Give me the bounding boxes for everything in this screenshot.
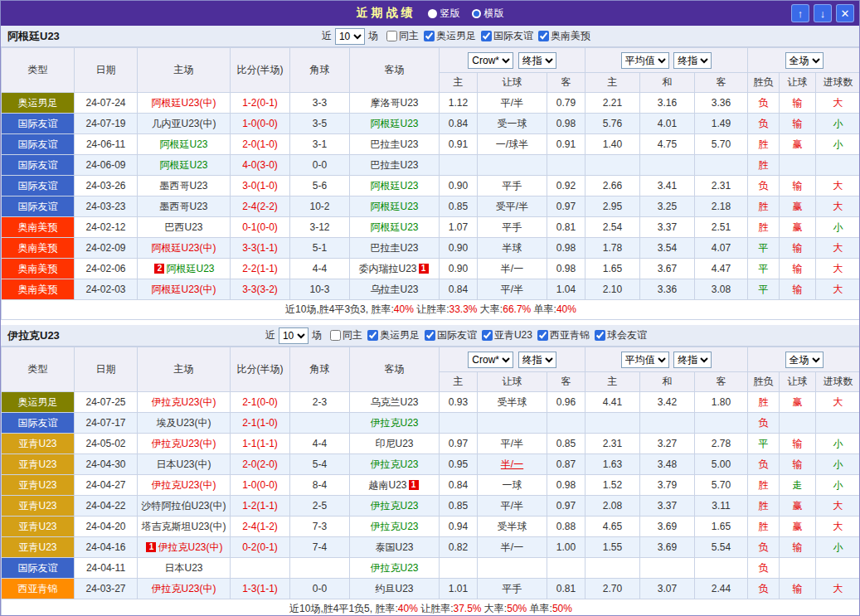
average-stage-select[interactable]: 终指 (673, 352, 712, 368)
away-team[interactable]: 印尼U23 (350, 434, 440, 454)
away-team[interactable]: 巴拉圭U23 (350, 155, 440, 176)
filter-option[interactable]: 国际友谊 (425, 328, 477, 342)
filter-option[interactable]: 球会友谊 (595, 328, 647, 342)
filter-checkbox[interactable] (482, 330, 493, 341)
avg-home (585, 413, 640, 434)
match-row: 国际友谊24-06-11阿根廷U232-0(1-0)3-1巴拉圭U230.91一… (2, 134, 860, 155)
away-team[interactable]: 摩洛哥U23 (350, 93, 440, 114)
away-team[interactable]: 阿根廷U23 (350, 196, 440, 217)
filter-option[interactable]: 同主 (330, 328, 362, 342)
home-team[interactable]: 阿根廷U23(中) (138, 93, 231, 114)
filter-option[interactable]: 西亚青锦 (537, 328, 590, 342)
filter-checkbox[interactable] (481, 31, 492, 41)
match-count-select[interactable]: 10 (279, 327, 309, 344)
home-team[interactable]: 伊拉克U23(中) (138, 434, 231, 454)
away-team[interactable]: 伊拉克U23 (350, 558, 440, 579)
filter-checkbox[interactable] (538, 31, 549, 41)
odds-away (547, 558, 585, 579)
home-team[interactable]: 阿根廷U23 (138, 134, 231, 155)
bookmaker-select[interactable]: Crow* (468, 352, 513, 368)
view-option-horizontal[interactable]: 横版 (472, 7, 504, 21)
away-team[interactable]: 泰国U23 (350, 537, 440, 558)
home-team[interactable]: 墨西哥U23 (138, 196, 231, 217)
filter-games-label: 场 (312, 328, 322, 342)
handicap (478, 155, 547, 176)
home-team[interactable]: 塔吉克斯坦U23(中) (138, 517, 231, 537)
col-bookmaker-away: 客 (547, 73, 585, 93)
view-option-label: 竖版 (440, 7, 460, 21)
match-type: 亚青U23 (2, 517, 75, 537)
filter-checkbox[interactable] (330, 330, 341, 341)
home-team[interactable]: 日本U23(中) (138, 454, 231, 475)
away-team[interactable]: 阿根廷U23 (350, 217, 440, 238)
away-team[interactable]: 乌拉圭U23 (350, 279, 440, 300)
filter-option[interactable]: 奥运男足 (424, 29, 476, 43)
move-up-button[interactable]: ↑ (791, 4, 809, 22)
move-down-button[interactable]: ↓ (814, 4, 832, 22)
away-team[interactable]: 巴拉圭U23 (350, 238, 440, 259)
home-team[interactable]: 伊拉克U23(中) (138, 475, 231, 496)
col-avg-away: 客 (695, 372, 748, 392)
away-team[interactable]: 阿根廷U23 (350, 176, 440, 196)
filter-checkbox[interactable] (367, 330, 378, 341)
filter-option[interactable]: 同主 (386, 29, 419, 43)
match-date: 24-04-16 (75, 537, 138, 558)
match-type: 亚青U23 (2, 434, 75, 454)
filter-checkbox[interactable] (425, 330, 435, 341)
away-team[interactable]: 乌克兰U23 (350, 392, 440, 413)
result: 平 (748, 238, 780, 259)
filter-checkbox[interactable] (424, 31, 435, 41)
home-team[interactable]: 几内亚U23(中) (138, 114, 231, 134)
summary-row: 近10场,胜4平3负3, 胜率:40% 让胜率:33.3% 大率:66.7% 单… (2, 300, 860, 320)
close-button[interactable]: ✕ (836, 4, 854, 22)
view-option-vertical[interactable]: 竖版 (428, 7, 460, 21)
away-team[interactable]: 伊拉克U23 (350, 496, 440, 517)
fullmatch-select[interactable]: 全场 (785, 352, 824, 368)
away-team[interactable]: 越南U231 (350, 475, 440, 496)
away-team[interactable]: 巴拉圭U23 (350, 134, 440, 155)
summary-record: 近10场,胜4平3负3, (285, 303, 371, 315)
match-count-select[interactable]: 10 (335, 28, 365, 45)
col-bookmaker-away: 客 (547, 372, 585, 392)
away-team[interactable]: 约旦U23 (350, 579, 440, 599)
fullmatch-select[interactable]: 全场 (785, 52, 824, 69)
home-team[interactable]: 阿根廷U23(中) (138, 279, 231, 300)
filter-option[interactable]: 亚青U23 (482, 328, 532, 342)
match-row: 国际友谊24-06-09阿根廷U234-0(3-0)0-0巴拉圭U23胜 (2, 155, 860, 176)
avg-away: 2.31 (695, 176, 748, 196)
away-team[interactable]: 伊拉克U23 (350, 413, 440, 434)
score: 3-0(1-0) (231, 176, 290, 196)
home-team[interactable]: 1伊拉克U23(中) (138, 537, 231, 558)
col-goals: 进球数 (816, 372, 860, 392)
average-select[interactable]: 平均值 (621, 352, 669, 368)
away-team[interactable]: 委内瑞拉U231 (350, 259, 440, 279)
bookmaker-stage-select[interactable]: 终指 (518, 52, 556, 69)
filter-checkbox[interactable] (595, 330, 605, 341)
score: 4-0(3-0) (231, 155, 290, 176)
home-team[interactable]: 巴西U23 (138, 217, 231, 238)
home-team[interactable]: 2阿根廷U23 (138, 259, 231, 279)
col-handicap-result: 让球 (780, 73, 816, 93)
filter-checkbox[interactable] (386, 31, 397, 41)
filter-option[interactable]: 国际友谊 (481, 29, 533, 43)
handicap-result (780, 413, 816, 434)
away-team[interactable]: 阿根廷U23 (350, 114, 440, 134)
filter-checkbox[interactable] (537, 330, 548, 341)
home-team[interactable]: 阿根廷U23(中) (138, 238, 231, 259)
average-stage-select[interactable]: 终指 (673, 52, 712, 69)
bookmaker-stage-select[interactable]: 终指 (518, 352, 556, 368)
away-team[interactable]: 伊拉克U23 (350, 454, 440, 475)
home-team[interactable]: 埃及U23(中) (138, 413, 231, 434)
filter-option[interactable]: 奥南美预 (538, 29, 590, 43)
average-select[interactable]: 平均值 (621, 52, 669, 69)
col-away: 客场 (350, 347, 440, 392)
home-team[interactable]: 沙特阿拉伯U23(中) (138, 496, 231, 517)
away-team[interactable]: 伊拉克U23 (350, 517, 440, 537)
home-team[interactable]: 日本U23 (138, 558, 231, 579)
bookmaker-select[interactable]: Crow* (468, 52, 513, 69)
home-team[interactable]: 伊拉克U23(中) (138, 579, 231, 599)
home-team[interactable]: 墨西哥U23 (138, 176, 231, 196)
filter-option[interactable]: 奥运男足 (367, 328, 420, 342)
home-team[interactable]: 阿根廷U23 (138, 155, 231, 176)
home-team[interactable]: 伊拉克U23(中) (138, 392, 231, 413)
